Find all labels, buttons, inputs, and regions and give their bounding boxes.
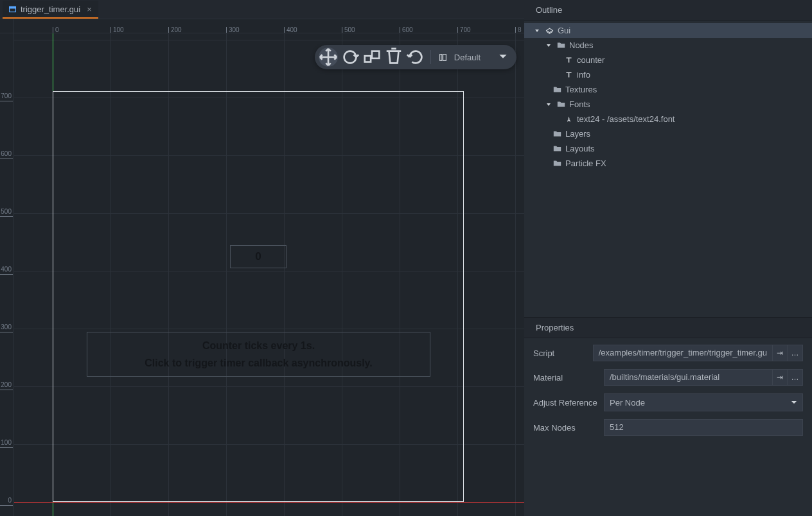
script-label: Script (533, 348, 587, 358)
tree-item-textures[interactable]: Textures (524, 82, 812, 97)
chevron-down-icon (791, 398, 797, 408)
disclosure-triangle-icon[interactable] (533, 27, 541, 35)
ruler-horizontal: 0 100 200 300 400 500 600 700 8 (14, 19, 524, 33)
ruler-tick: 400 (0, 266, 13, 275)
property-script: Script /examples/timer/trigger_timer/tri… (533, 345, 803, 361)
tab-bar: trigger_timer.gui × (0, 0, 524, 19)
property-adjust-reference: Adjust Reference Per Node (533, 393, 803, 411)
folder-icon (556, 41, 565, 50)
goto-resource-button[interactable]: ⇥ (772, 369, 788, 386)
tree-item-font-text24[interactable]: text24 - /assets/text24.font (524, 112, 812, 126)
ruler-tick: 100 (0, 439, 13, 448)
ruler-tick: 300 (0, 323, 13, 332)
axis-x (14, 502, 524, 503)
tree-item-layers[interactable]: Layers (524, 126, 812, 141)
tree-label: Layers (565, 129, 590, 139)
tree-label: Nodes (569, 40, 594, 50)
tree-item-particlefx[interactable]: Particle FX (524, 156, 812, 171)
canvas[interactable]: 0 Counter ticks every 1s. Click to trigg… (14, 33, 524, 516)
max-nodes-label: Max Nodes (533, 423, 597, 433)
properties-body: Script /examples/timer/trigger_timer/tri… (524, 338, 812, 449)
gui-icon (545, 26, 554, 35)
property-material: Material /builtins/materials/gui.materia… (533, 369, 803, 386)
tree-item-gui[interactable]: Gui (524, 23, 812, 38)
outline-tree[interactable]: Gui Nodes counter info Textur (524, 21, 812, 317)
refresh-button[interactable] (406, 47, 425, 67)
ruler-tick: 600 (0, 150, 13, 159)
tree-label: Gui (558, 26, 570, 35)
tree-item-counter[interactable]: counter (524, 53, 812, 67)
browse-button[interactable]: … (788, 345, 803, 361)
browse-button[interactable]: … (788, 369, 803, 386)
view-mode-label: Default (454, 53, 481, 62)
ruler-tick: 500 (342, 27, 355, 33)
svg-point-2 (344, 51, 356, 64)
tree-label: Fonts (569, 99, 590, 109)
move-tool-button[interactable] (319, 47, 338, 67)
ruler-tick: 0 (0, 497, 13, 506)
svg-rect-3 (365, 56, 371, 62)
ruler-tick: 400 (284, 27, 297, 33)
ruler-corner (0, 19, 14, 33)
info-line1: Counter ticks every 1s. (202, 337, 315, 354)
tree-label: Textures (565, 85, 597, 94)
tree-label: info (577, 70, 590, 80)
toolbar-separator (430, 50, 431, 64)
scene-toolbar: Default (315, 45, 516, 69)
tree-label: counter (577, 55, 605, 65)
material-input[interactable]: /builtins/materials/gui.material (604, 369, 772, 386)
ruler-tick: 500 (0, 208, 13, 217)
counter-text: 0 (255, 250, 261, 263)
layout-icon (439, 53, 448, 62)
properties-panel-title: Properties (524, 318, 812, 338)
script-input[interactable]: /examples/timer/trigger_timer/trigger_ti… (593, 345, 772, 361)
gui-file-icon (8, 4, 17, 13)
node-counter[interactable]: 0 (230, 245, 287, 268)
ruler-tick: 300 (226, 27, 240, 33)
ruler-tick: 100 (110, 27, 124, 33)
ruler-tick: 200 (0, 381, 13, 390)
info-line2: Click to trigger timer callback asynchro… (145, 354, 372, 372)
tree-item-nodes[interactable]: Nodes (524, 38, 812, 53)
adjust-reference-select[interactable]: Per Node (604, 393, 803, 411)
tree-label: text24 - /assets/text24.font (577, 114, 675, 124)
rotate-tool-button[interactable] (340, 47, 360, 67)
folder-icon (552, 130, 561, 139)
folder-icon (556, 100, 565, 109)
tree-item-layouts[interactable]: Layouts (524, 141, 812, 156)
disclosure-triangle-icon[interactable] (545, 42, 552, 49)
property-max-nodes: Max Nodes 512 (533, 419, 803, 436)
svg-rect-1 (9, 6, 15, 8)
view-mode-dropdown[interactable]: Default (436, 52, 513, 63)
adjust-reference-label: Adjust Reference (533, 398, 597, 408)
adjust-reference-value: Per Node (610, 398, 645, 408)
tab-title: trigger_timer.gui (21, 4, 80, 14)
node-info[interactable]: Counter ticks every 1s. Click to trigger… (87, 332, 430, 377)
material-label: Material (533, 373, 597, 383)
scale-tool-button[interactable] (362, 47, 382, 67)
chevron-down-icon (499, 52, 508, 63)
svg-rect-5 (440, 54, 442, 60)
ruler-tick: 0 (53, 27, 59, 33)
ruler-tick: 700 (457, 27, 471, 33)
tree-label: Particle FX (565, 159, 606, 168)
tab-trigger-timer[interactable]: trigger_timer.gui × (3, 1, 98, 19)
folder-icon (552, 85, 561, 94)
scene-viewport[interactable]: 0 100 200 300 400 500 600 700 8 (0, 19, 524, 516)
font-icon (564, 115, 573, 124)
goto-resource-button[interactable]: ⇥ (772, 345, 788, 361)
gui-bounds[interactable] (53, 91, 464, 502)
outline-panel-title: Outline (524, 0, 812, 21)
erase-tool-button[interactable] (384, 47, 403, 67)
tree-item-fonts[interactable]: Fonts (524, 97, 812, 112)
max-nodes-input[interactable]: 512 (604, 419, 803, 436)
tree-item-info[interactable]: info (524, 67, 812, 82)
disclosure-triangle-icon[interactable] (545, 101, 552, 108)
ruler-tick: 8 (515, 27, 522, 33)
folder-icon (552, 159, 561, 168)
ruler-tick: 700 (0, 92, 13, 101)
ruler-tick: 200 (168, 27, 182, 33)
tree-label: Layouts (565, 144, 595, 153)
text-node-icon (564, 71, 573, 80)
close-icon[interactable]: × (87, 4, 92, 14)
